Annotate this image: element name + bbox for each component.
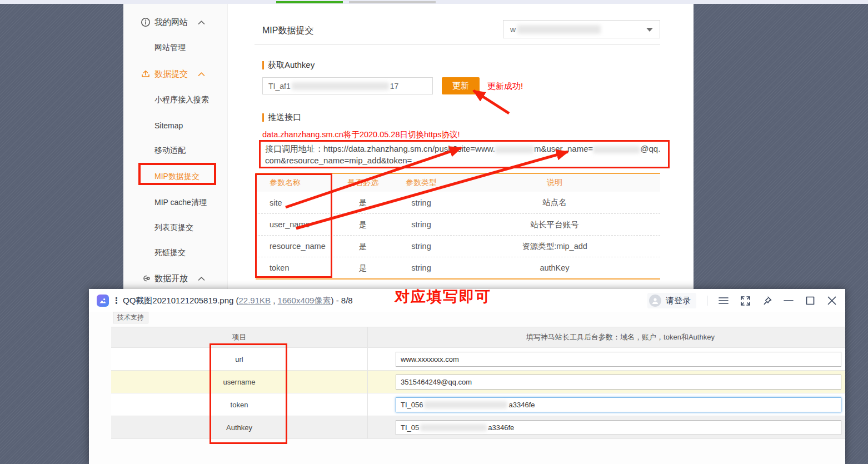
username-value: 3515464249@qq.com (401, 378, 472, 386)
sidebar-item-label: 数据开放 (154, 273, 188, 284)
sidebar-item-list-submit[interactable]: 列表页提交 (123, 221, 228, 235)
menu-icon[interactable] (718, 295, 729, 306)
authkey-field[interactable]: TI_05 a3346fe (396, 420, 841, 435)
cell-type: string (393, 242, 449, 251)
sidebar-item-mip-cache[interactable]: MIP cache清理 (123, 196, 228, 209)
cell-type: string (393, 220, 449, 229)
username-field[interactable]: 3515464249@qq.com (396, 375, 841, 390)
redacted-authkey (292, 82, 389, 90)
cell-name: site (256, 198, 332, 207)
settings-row-url: url www.xxxxxxx.com (111, 348, 845, 371)
sidebar-item-label: 列表页提交 (154, 223, 193, 233)
sidebar-item-my-site[interactable]: 我的网站 (123, 16, 228, 29)
section-heading-push-api: 推送接口 (262, 112, 301, 123)
redacted-token (424, 401, 507, 408)
site-selector-value: w (510, 25, 516, 34)
col-header-desc: 说明 (449, 178, 660, 188)
login-button[interactable]: 请登录 (647, 293, 696, 308)
orange-bar (262, 61, 264, 69)
authkey-value-prefix: TI_05 (401, 423, 419, 432)
cell-name: resource_name (256, 242, 332, 251)
settings-table: 项目 填写神马站长工具后台参数：域名，账户，token和Authkey url … (111, 327, 845, 439)
sidebar-item-site-manage[interactable]: 网站管理 (123, 41, 228, 54)
sidebar-item-label: 死链提交 (154, 248, 186, 258)
screen: 我的网站 网站管理 数据提交 小程序接入搜索 Sitemap 移动适配 (0, 0, 868, 464)
row-label: username (111, 371, 368, 393)
cell-name: token (256, 263, 332, 272)
info-icon (141, 17, 151, 27)
loading-bar-gray (349, 1, 436, 3)
image-viewer-window: ⋮ QQ截图20210121205819.png (22.91KB , 1660… (89, 289, 845, 464)
token-value-prefix: TI_056 (401, 401, 423, 409)
page-title: MIP数据提交 (262, 25, 313, 37)
upload-icon (141, 69, 151, 79)
pin-icon[interactable] (761, 295, 772, 306)
sidebar-item-label: MIP cache清理 (154, 198, 207, 208)
sidebar-item-mobile-adapt[interactable]: 移动适配 (123, 144, 228, 157)
url-value: www.xxxxxxx.com (401, 355, 459, 363)
settings-row-token: token TI_056 a3346fe (111, 393, 845, 416)
minimize-icon[interactable] (783, 295, 794, 306)
col-header-type: 参数类型 (393, 178, 449, 188)
viewer-menu-dots-icon[interactable]: ⋮ (112, 296, 121, 306)
site-selector-dropdown[interactable]: w (503, 20, 660, 38)
redacted-authkey2 (420, 424, 487, 431)
sidebar-item-mip-submit[interactable]: MIP数据提交 (123, 170, 228, 183)
divider (707, 296, 707, 306)
file-size-link[interactable]: 22.91KB (239, 296, 271, 305)
table-row: resource_name 是 string 资源类型:mip_add (256, 235, 660, 257)
sidebar-item-label: MIP数据提交 (154, 172, 199, 182)
settings-row-username: username 3515464249@qq.com (111, 371, 845, 393)
authkey-value-suffix: 17 (390, 82, 399, 91)
dimensions-link[interactable]: 1660x409像素 (278, 296, 331, 305)
redacted-site-name (517, 25, 601, 34)
support-tab[interactable]: 技术支持 (113, 312, 148, 323)
authkey-value-prefix: TI_af1 (268, 82, 291, 91)
cell-type: string (393, 263, 449, 272)
token-field[interactable]: TI_056 a3346fe (396, 397, 841, 412)
sidebar-item-label: 数据提交 (154, 69, 188, 79)
sidebar-item-sitemap[interactable]: Sitemap (123, 119, 228, 132)
update-button[interactable]: 更新 (442, 77, 480, 94)
api-url-mid: m&user_name= (534, 144, 593, 153)
fullscreen-icon[interactable] (740, 295, 751, 306)
row-label: url (111, 348, 368, 370)
login-label: 请登录 (666, 296, 691, 306)
api-url-prefix: 接口调用地址：https://data.zhanzhang.sm.cn/push… (265, 144, 495, 153)
paren: ( (233, 296, 238, 305)
sidebar-item-miniapp-search[interactable]: 小程序接入搜索 (123, 93, 228, 107)
sidebar-item-data-open[interactable]: 数据开放 (123, 272, 228, 285)
row-label: Authkey (111, 416, 368, 438)
settings-table-header: 项目 填写神马站长工具后台参数：域名，账户，token和Authkey (111, 327, 845, 348)
sidebar-item-label: 小程序接入搜索 (154, 95, 209, 105)
paren: ) - 8/8 (331, 296, 352, 305)
authkey-input[interactable]: TI_af1 17 (262, 77, 433, 94)
https-switch-warning: data.zhanzhang.sm.cn将于2020.05.28日切换https… (262, 129, 460, 140)
sidebar-item-deadlink-submit[interactable]: 死链提交 (123, 246, 228, 260)
table-row: site 是 string 站点名 (256, 192, 660, 213)
params-table: 参数名称 是否必选 参数类型 说明 site 是 string 站点名 user… (256, 173, 660, 280)
table-row: user_name 是 string 站长平台账号 (256, 213, 660, 235)
update-success-message: 更新成功! (487, 81, 523, 92)
close-icon[interactable] (826, 295, 837, 306)
sidebar-item-label: 我的网站 (154, 17, 188, 28)
row-label: token (111, 393, 368, 416)
sidebar-item-label: 网站管理 (154, 43, 186, 53)
maximize-icon[interactable] (805, 295, 816, 306)
url-field[interactable]: www.xxxxxxx.com (396, 352, 841, 367)
divider (255, 44, 660, 45)
cell-required: 是 (332, 263, 393, 273)
col-header-hint: 填写神马站长工具后台参数：域名，账户，token和Authkey (368, 332, 845, 342)
section-heading-authkey: 获取Authkey (262, 60, 315, 71)
cell-required: 是 (332, 241, 393, 252)
sidebar-item-data-submit[interactable]: 数据提交 (123, 67, 228, 81)
col-header-name: 参数名称 (256, 178, 332, 188)
cell-desc: 站长平台账号 (449, 219, 660, 230)
avatar (649, 295, 661, 307)
token-value-suffix: a3346fe (508, 401, 535, 409)
viewer-titlebar[interactable]: ⋮ QQ截图20210121205819.png (22.91KB , 1660… (89, 289, 845, 312)
image-viewer-app-icon (97, 295, 109, 307)
link-icon (141, 273, 151, 283)
section-heading-label: 推送接口 (268, 112, 301, 123)
sidebar-item-label: 移动适配 (154, 146, 186, 156)
